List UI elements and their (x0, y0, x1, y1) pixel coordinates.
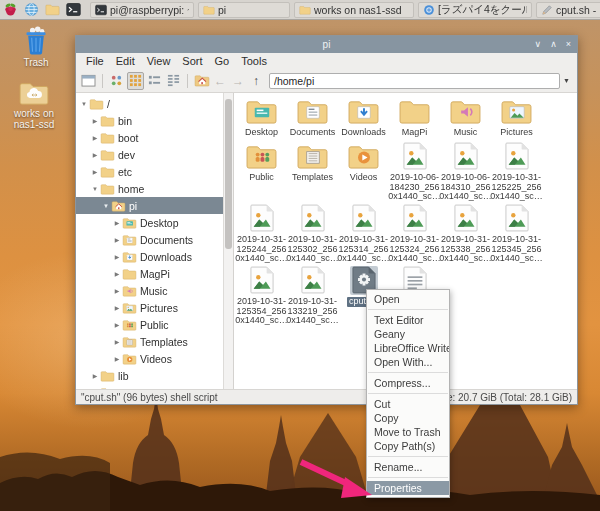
file-item-2019-10-31-[interactable]: 2019-10-31-125324_2560x1440_sc… (389, 204, 440, 264)
menu-view[interactable]: View (141, 55, 177, 67)
file-item-2019-10-31-[interactable]: 2019-10-31-125345_2560x1440_sc… (491, 204, 542, 264)
tree-item-documents[interactable]: ▶Documents (76, 231, 223, 248)
tree-item-lib[interactable]: ▶lib (76, 367, 223, 384)
expand-icon[interactable]: ▶ (90, 134, 100, 141)
collapse-icon[interactable]: ▼ (101, 203, 111, 209)
expand-icon[interactable]: ▶ (112, 304, 122, 311)
context-menu-item-cut[interactable]: Cut (367, 397, 449, 411)
tree-item-magpi[interactable]: ▶MagPi (76, 265, 223, 282)
tree-item-bin[interactable]: ▶bin (76, 112, 223, 129)
minimize-button[interactable]: ∨ (535, 40, 542, 49)
expand-icon[interactable]: ▶ (112, 236, 122, 243)
file-item-2019-10-31-[interactable]: 2019-10-31-125314_2560x1440_sc… (338, 204, 389, 264)
menu-tools[interactable]: Tools (235, 55, 273, 67)
file-item-2019-10-31-[interactable]: 2019-10-31-125338_2560x1440_sc… (440, 204, 491, 264)
tree-item-templates[interactable]: ▶Templates (76, 333, 223, 350)
tree-item-pi[interactable]: ▼pi (76, 197, 223, 214)
context-menu-item-rename-[interactable]: Rename... (367, 460, 449, 474)
expand-icon[interactable]: ▶ (112, 253, 122, 260)
tree-item-home[interactable]: ▼home (76, 180, 223, 197)
new-window-button[interactable] (80, 72, 97, 90)
task-button-3[interactable]: [ラズパイ4をクール... (418, 2, 532, 18)
expand-icon[interactable]: ▶ (90, 168, 100, 175)
file-item-templates[interactable]: Templates (287, 142, 338, 202)
tree-item-desktop[interactable]: ▶Desktop (76, 214, 223, 231)
tree-item-public[interactable]: ▶Public (76, 316, 223, 333)
task-button-4[interactable]: cput.sh - Mou (536, 2, 600, 18)
expand-icon[interactable]: ▶ (90, 151, 100, 158)
scrollbar-thumb[interactable] (225, 99, 232, 249)
close-button[interactable]: × (566, 40, 571, 49)
tree-item-music[interactable]: ▶Music (76, 282, 223, 299)
tree-item-lost-found[interactable]: ▶lost+found (76, 384, 223, 389)
context-menu-item-copy-path-s-[interactable]: Copy Path(s) (367, 439, 449, 453)
forward-button[interactable]: → (230, 75, 246, 87)
file-item-magpi[interactable]: MagPi (389, 97, 440, 138)
tree-item-etc[interactable]: ▶etc (76, 163, 223, 180)
tree-item-pictures[interactable]: ▶Pictures (76, 299, 223, 316)
back-button[interactable]: ← (212, 75, 228, 87)
expand-icon[interactable]: ▶ (112, 287, 122, 294)
expand-icon[interactable]: ▶ (112, 219, 122, 226)
icon-view-button[interactable] (108, 72, 125, 90)
launcher-terminal-icon[interactable] (63, 0, 84, 20)
home-button[interactable] (193, 72, 210, 90)
expand-icon[interactable]: ▶ (112, 338, 122, 345)
expand-icon[interactable]: ▶ (90, 117, 100, 124)
context-menu-item-open[interactable]: Open (367, 292, 449, 306)
sidebar-scrollbar[interactable] (223, 93, 233, 389)
file-item-2019-10-31-[interactable]: 2019-10-31-125302_2560x1440_sc… (287, 204, 338, 264)
context-menu-item-geany[interactable]: Geany (367, 327, 449, 341)
file-item-public[interactable]: Public (236, 142, 287, 202)
file-item-music[interactable]: Music (440, 97, 491, 138)
desktop-icon-works-on-nas1-ssd[interactable]: works on nas1-ssd (5, 80, 63, 130)
expand-icon[interactable]: ▶ (112, 270, 122, 277)
file-item-2019-10-31-[interactable]: 2019-10-31-125225_2560x1440_sc… (491, 142, 542, 202)
expand-icon[interactable]: ▶ (112, 321, 122, 328)
menu-go[interactable]: Go (209, 55, 236, 67)
file-item-downloads[interactable]: Downloads (338, 97, 389, 138)
file-item-2019-10-06-[interactable]: 2019-10-06-184230_2560x1440_sc… (389, 142, 440, 202)
desktop-icon-trash[interactable]: Trash (7, 25, 65, 68)
context-menu-item-libreoffice-writer[interactable]: LibreOffice Writer (367, 341, 449, 355)
collapse-icon[interactable]: ▼ (79, 101, 89, 107)
collapse-icon[interactable]: ▼ (90, 186, 100, 192)
context-menu-item-copy[interactable]: Copy (367, 411, 449, 425)
path-dropdown-button[interactable]: ▼ (560, 77, 573, 84)
file-item-pictures[interactable]: Pictures (491, 97, 542, 138)
menu-edit[interactable]: Edit (110, 55, 141, 67)
expand-icon[interactable]: ▶ (112, 355, 122, 362)
launcher-web-browser-icon[interactable] (21, 0, 42, 20)
expand-icon[interactable]: ▶ (90, 372, 100, 379)
tree-item-videos[interactable]: ▶Videos (76, 350, 223, 367)
file-item-2019-10-31-[interactable]: 2019-10-31-125354_2560x1440_sc… (236, 266, 287, 326)
tree-item-boot[interactable]: ▶boot (76, 129, 223, 146)
launcher-file-manager-icon[interactable] (42, 0, 63, 20)
task-button-2[interactable]: works on nas1-ssd (294, 2, 414, 18)
up-button[interactable]: ↑ (248, 75, 264, 87)
tree-item-downloads[interactable]: ▶Downloads (76, 248, 223, 265)
task-button-1[interactable]: pi (198, 2, 290, 18)
menu-sort[interactable]: Sort (176, 55, 208, 67)
grid-view-button[interactable] (127, 72, 144, 90)
context-menu-item-open-with-[interactable]: Open With... (367, 355, 449, 369)
context-menu-item-properties[interactable]: Properties (367, 481, 449, 495)
file-item-desktop[interactable]: Desktop (236, 97, 287, 138)
file-item-2019-10-31-[interactable]: 2019-10-31-125244_2560x1440_sc… (236, 204, 287, 264)
window-titlebar[interactable]: pi ∨ ∧ × (76, 36, 577, 53)
file-item-2019-10-31-[interactable]: 2019-10-31-133219_2560x1440_sc… (287, 266, 338, 326)
tree-item--[interactable]: ▼/ (76, 95, 223, 112)
task-button-0[interactable]: pi@raspberrypi: ~ (90, 2, 194, 18)
context-menu-item-text-editor[interactable]: Text Editor (367, 313, 449, 327)
launcher-raspberry-menu-icon[interactable] (0, 0, 21, 20)
compact-view-button[interactable] (165, 72, 182, 90)
file-item-documents[interactable]: Documents (287, 97, 338, 138)
list-view-button[interactable] (146, 72, 163, 90)
path-input[interactable] (269, 73, 560, 89)
context-menu-item-compress-[interactable]: Compress... (367, 376, 449, 390)
menu-file[interactable]: File (80, 55, 110, 67)
file-item-videos[interactable]: Videos (338, 142, 389, 202)
maximize-button[interactable]: ∧ (550, 40, 557, 49)
tree-item-dev[interactable]: ▶dev (76, 146, 223, 163)
file-item-2019-10-06-[interactable]: 2019-10-06-184310_2560x1440_sc… (440, 142, 491, 202)
